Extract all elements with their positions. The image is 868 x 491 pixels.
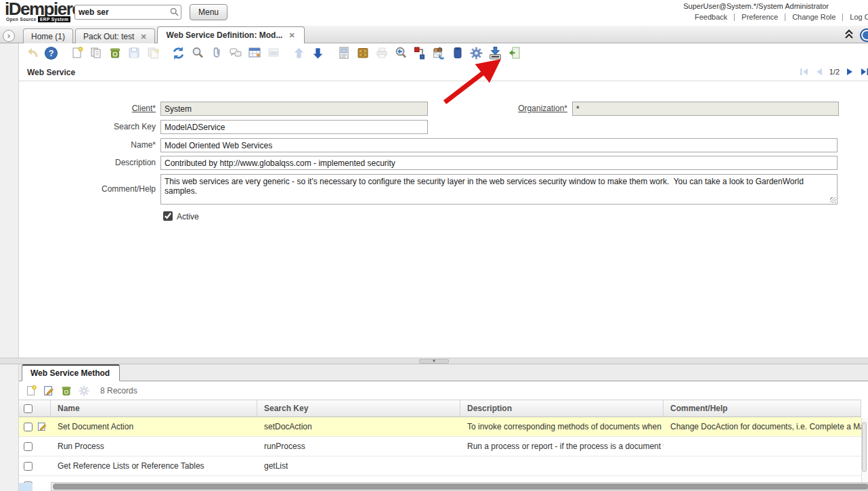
record-page-indicator: 1/2 (829, 68, 840, 76)
feedback-link[interactable]: Feedback (695, 13, 727, 21)
name-field[interactable] (160, 138, 838, 152)
idempiere-logo: iDempiere Open Source ERP System (5, 0, 81, 18)
active-checkbox[interactable] (163, 211, 173, 221)
row-edit-icon[interactable] (37, 421, 47, 432)
organization-field[interactable] (572, 102, 839, 116)
new-record-icon[interactable] (69, 45, 85, 61)
link-divider (842, 14, 843, 21)
detail-delete-record-icon[interactable] (60, 384, 73, 398)
link-divider (734, 14, 735, 21)
help-icon[interactable]: ? (43, 45, 59, 61)
search-input[interactable] (74, 5, 181, 20)
close-tab-icon[interactable]: ✕ (140, 33, 146, 41)
record-count: 8 Records (100, 386, 137, 396)
tab-web-service-definition[interactable]: Web Service Definition: Mod...✕ (157, 26, 305, 43)
cell-description: Run a process or report - if the process… (460, 437, 664, 456)
change-role-link[interactable]: Change Role (792, 13, 836, 21)
workflow-icon[interactable] (412, 45, 427, 61)
previous-record-icon[interactable] (812, 66, 827, 78)
search-icon[interactable] (170, 7, 179, 16)
cell-search-key: setDocAction (257, 417, 460, 436)
detail-new-record-icon[interactable] (24, 384, 38, 398)
search-key-field[interactable] (160, 120, 428, 134)
refresh-icon[interactable] (171, 45, 186, 61)
textarea-resize-grip[interactable] (830, 197, 836, 203)
row-checkbox[interactable] (24, 442, 32, 451)
collapse-header-icon[interactable] (843, 28, 855, 40)
table-row[interactable]: Set Document Action setDocAction To invo… (19, 417, 861, 437)
name-label: Name* (81, 140, 156, 150)
page-title: Web Service (27, 68, 75, 77)
first-record-icon[interactable] (797, 66, 812, 78)
grid-horizontal-scrollbar-thumb[interactable] (53, 484, 868, 490)
attachment-icon[interactable] (209, 45, 224, 61)
tab-pack-out[interactable]: Pack Out: test✕ (75, 28, 155, 43)
report-icon[interactable] (336, 45, 351, 61)
parent-record-icon[interactable] (291, 45, 307, 61)
save-create-icon[interactable] (145, 45, 160, 61)
organization-label[interactable]: Organization* (474, 104, 567, 113)
logout-link[interactable]: Log Out (850, 13, 868, 21)
cell-name: Get Reference Lists or Reference Tables (51, 456, 257, 475)
top-header: iDempiere Open Source ERP System Menu Su… (0, 0, 868, 26)
west-collapsed-panel[interactable] (0, 43, 19, 491)
grid-toggle-icon[interactable] (246, 45, 262, 61)
preference-link[interactable]: Preference (741, 13, 778, 21)
window-toolbar: ? (19, 43, 868, 62)
process-icon[interactable] (469, 45, 484, 61)
archive-icon[interactable] (355, 45, 370, 61)
table-row[interactable]: Run Process runProcess Run a process or … (19, 437, 861, 456)
active-label: Active (177, 212, 199, 221)
export-icon[interactable] (487, 45, 503, 61)
tab-title-row: Web Service 1/2 (19, 62, 868, 81)
tab-home[interactable]: Home (1) (23, 28, 73, 43)
copy-record-icon[interactable] (88, 45, 104, 61)
panel-splitter[interactable]: ▼ (0, 358, 868, 364)
comment-help-field[interactable]: This web services are very generic - so … (160, 174, 838, 205)
close-tab-icon[interactable]: ✕ (288, 31, 295, 39)
column-header-search-key[interactable]: Search Key (257, 400, 460, 417)
cell-description (460, 456, 664, 475)
column-header-description[interactable]: Description (460, 400, 664, 417)
next-record-icon[interactable] (842, 66, 857, 78)
table-row[interactable]: Get Reference Lists or Reference Tables … (19, 456, 861, 476)
row-checkbox[interactable] (24, 423, 32, 431)
requests-icon[interactable] (431, 45, 446, 61)
column-header-comment-help[interactable]: Comment/Help (664, 400, 861, 417)
cell-comment-help: Change DocAction for documents, i.e. Com… (664, 417, 861, 436)
select-all-checkbox[interactable] (24, 404, 32, 413)
detail-edit-record-icon[interactable] (42, 384, 56, 398)
exit-icon[interactable] (506, 45, 522, 61)
undo-icon[interactable] (24, 45, 40, 61)
find-icon[interactable] (190, 45, 205, 61)
last-record-icon[interactable] (857, 66, 868, 78)
grid-horizontal-scrollbar[interactable] (51, 482, 868, 491)
delete-record-icon[interactable] (107, 45, 123, 61)
archive-document-icon[interactable] (450, 45, 465, 61)
print-icon[interactable] (374, 45, 389, 61)
description-field[interactable] (160, 156, 838, 170)
row-checkbox[interactable] (24, 462, 32, 471)
column-header-name[interactable]: Name (51, 400, 257, 417)
detail-process-icon[interactable] (77, 384, 91, 398)
expand-west-panel-icon[interactable]: › (3, 30, 15, 42)
client-field[interactable] (160, 102, 428, 116)
splitter-grip[interactable]: ▼ (419, 359, 449, 364)
detail-toolbar: 8 Records (19, 381, 868, 400)
chat-icon[interactable] (227, 45, 243, 61)
detail-record-icon[interactable] (310, 45, 326, 61)
grid-corner (19, 483, 32, 491)
tab-web-service-method[interactable]: Web Service Method (22, 364, 120, 381)
grid-vertical-scrollbar-thumb[interactable] (862, 422, 867, 472)
global-search (74, 5, 181, 20)
zoom-across-icon[interactable] (393, 45, 408, 61)
application-window: iDempiere Open Source ERP System Menu Su… (0, 0, 868, 491)
cell-name: Set Document Action (51, 417, 257, 436)
cell-name: Run Process (51, 437, 257, 456)
card-view-icon[interactable] (265, 45, 281, 61)
cell-search-key: runProcess (257, 437, 460, 456)
save-icon[interactable] (126, 45, 142, 61)
menu-button[interactable]: Menu (190, 4, 227, 20)
client-label[interactable]: Client* (102, 104, 156, 113)
record-navigation: 1/2 (797, 66, 868, 78)
